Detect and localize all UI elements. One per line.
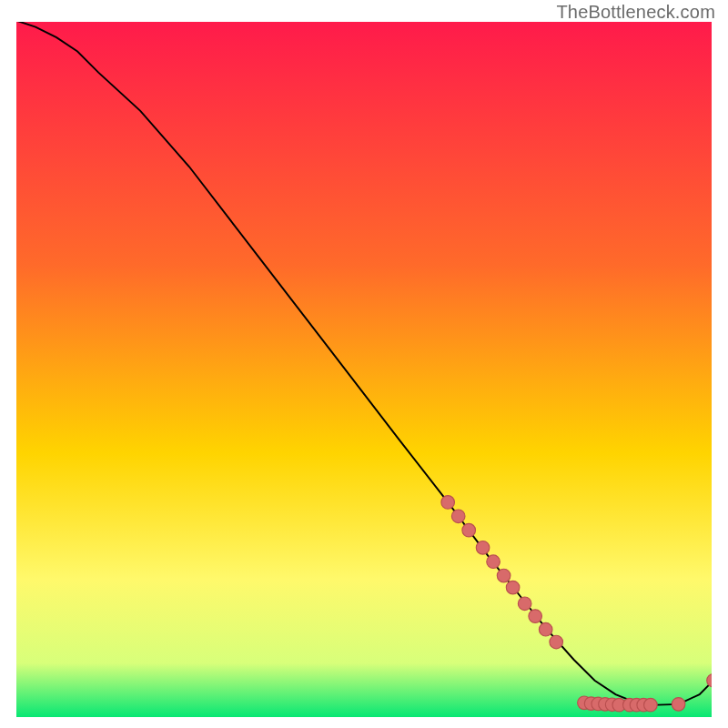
- data-marker: [644, 698, 658, 712]
- data-marker: [462, 523, 476, 537]
- data-marker: [529, 610, 542, 623]
- data-marker: [476, 541, 490, 555]
- plot-svg: [15, 20, 713, 719]
- plot-frame: [15, 20, 713, 719]
- data-marker: [539, 622, 552, 636]
- curve-markers: [441, 496, 713, 712]
- data-marker: [550, 635, 563, 649]
- data-marker: [506, 581, 520, 594]
- chart-stage: TheBottleneck.com: [0, 0, 728, 728]
- data-marker: [672, 698, 685, 712]
- data-marker: [441, 496, 455, 510]
- data-marker: [497, 569, 511, 582]
- bottleneck-curve: [15, 20, 713, 705]
- data-marker: [518, 597, 531, 611]
- data-marker: [451, 510, 465, 523]
- data-marker: [487, 555, 500, 569]
